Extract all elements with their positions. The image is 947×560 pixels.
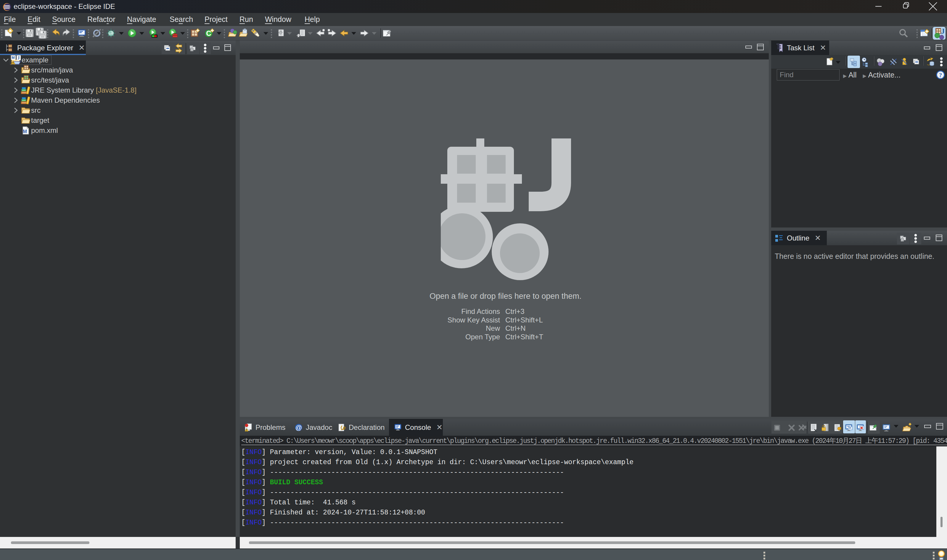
svg-text:M: M xyxy=(23,129,27,134)
svg-text:J: J xyxy=(17,55,20,60)
svg-text:?: ? xyxy=(939,72,942,78)
svg-text:J: J xyxy=(941,27,945,35)
svg-text:M: M xyxy=(12,55,15,60)
